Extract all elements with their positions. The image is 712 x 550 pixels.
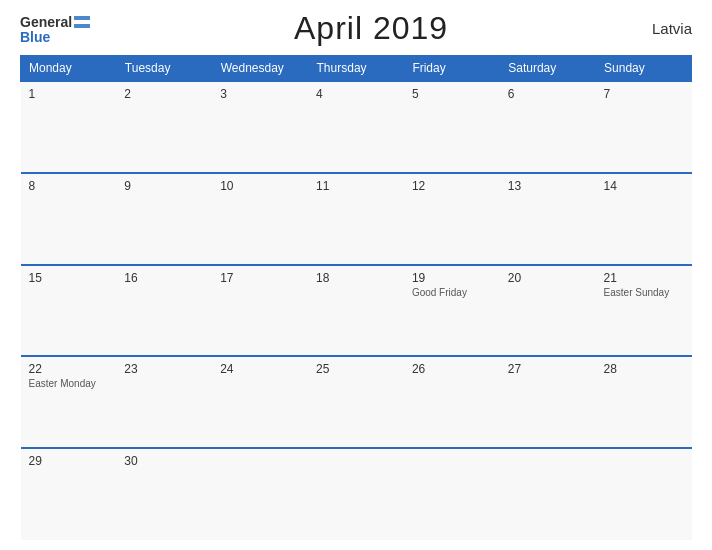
day-number: 3 (220, 87, 300, 101)
day-number: 18 (316, 271, 396, 285)
calendar-cell (404, 448, 500, 540)
day-number: 27 (508, 362, 588, 376)
weekday-header-friday: Friday (404, 56, 500, 82)
day-number: 30 (124, 454, 204, 468)
day-number: 19 (412, 271, 492, 285)
calendar-cell: 10 (212, 173, 308, 265)
calendar-cell: 25 (308, 356, 404, 448)
calendar-cell: 22Easter Monday (21, 356, 117, 448)
day-number: 16 (124, 271, 204, 285)
calendar-cell: 2 (116, 81, 212, 173)
calendar-cell: 5 (404, 81, 500, 173)
logo: General Blue (20, 14, 90, 44)
calendar-week-row: 2930 (21, 448, 692, 540)
day-number: 8 (29, 179, 109, 193)
calendar-cell: 15 (21, 265, 117, 357)
calendar-cell: 28 (596, 356, 692, 448)
calendar-cell: 27 (500, 356, 596, 448)
day-number: 26 (412, 362, 492, 376)
weekday-header-sunday: Sunday (596, 56, 692, 82)
calendar-cell: 6 (500, 81, 596, 173)
weekday-header-tuesday: Tuesday (116, 56, 212, 82)
calendar-cell: 11 (308, 173, 404, 265)
day-number: 10 (220, 179, 300, 193)
day-number: 22 (29, 362, 109, 376)
calendar-cell: 13 (500, 173, 596, 265)
calendar-week-row: 1234567 (21, 81, 692, 173)
day-number: 13 (508, 179, 588, 193)
calendar-cell (308, 448, 404, 540)
calendar-cell: 14 (596, 173, 692, 265)
logo-general: General (20, 14, 90, 30)
calendar-cell: 29 (21, 448, 117, 540)
holiday-label: Easter Sunday (604, 287, 684, 298)
calendar-cell: 3 (212, 81, 308, 173)
calendar-cell: 20 (500, 265, 596, 357)
day-number: 20 (508, 271, 588, 285)
calendar-week-row: 1516171819Good Friday2021Easter Sunday (21, 265, 692, 357)
day-number: 1 (29, 87, 109, 101)
day-number: 4 (316, 87, 396, 101)
day-number: 12 (412, 179, 492, 193)
calendar-cell: 7 (596, 81, 692, 173)
calendar-cell (500, 448, 596, 540)
country-label: Latvia (652, 20, 692, 37)
weekday-header-monday: Monday (21, 56, 117, 82)
day-number: 2 (124, 87, 204, 101)
calendar-cell (212, 448, 308, 540)
day-number: 29 (29, 454, 109, 468)
day-number: 28 (604, 362, 684, 376)
calendar-cell: 18 (308, 265, 404, 357)
calendar-week-row: 891011121314 (21, 173, 692, 265)
holiday-label: Easter Monday (29, 378, 109, 389)
weekday-header-thursday: Thursday (308, 56, 404, 82)
logo-flag (74, 16, 90, 28)
day-number: 6 (508, 87, 588, 101)
calendar-table: MondayTuesdayWednesdayThursdayFridaySatu… (20, 55, 692, 540)
calendar-cell: 8 (21, 173, 117, 265)
day-number: 5 (412, 87, 492, 101)
day-number: 17 (220, 271, 300, 285)
calendar-cell: 26 (404, 356, 500, 448)
calendar-cell: 30 (116, 448, 212, 540)
day-number: 23 (124, 362, 204, 376)
calendar-cell: 4 (308, 81, 404, 173)
holiday-label: Good Friday (412, 287, 492, 298)
day-number: 24 (220, 362, 300, 376)
calendar-cell: 21Easter Sunday (596, 265, 692, 357)
logo-blue: Blue (20, 30, 90, 44)
day-number: 14 (604, 179, 684, 193)
calendar-title: April 2019 (294, 10, 448, 47)
calendar-cell: 17 (212, 265, 308, 357)
calendar-cell: 24 (212, 356, 308, 448)
day-number: 11 (316, 179, 396, 193)
calendar-header: General Blue April 2019 Latvia (20, 10, 692, 47)
day-number: 7 (604, 87, 684, 101)
calendar-week-row: 22Easter Monday232425262728 (21, 356, 692, 448)
calendar-cell: 16 (116, 265, 212, 357)
calendar-cell: 12 (404, 173, 500, 265)
weekday-header-saturday: Saturday (500, 56, 596, 82)
calendar-cell: 19Good Friday (404, 265, 500, 357)
day-number: 15 (29, 271, 109, 285)
calendar-cell (596, 448, 692, 540)
calendar-cell: 9 (116, 173, 212, 265)
day-number: 9 (124, 179, 204, 193)
day-number: 25 (316, 362, 396, 376)
calendar-cell: 23 (116, 356, 212, 448)
weekday-header-wednesday: Wednesday (212, 56, 308, 82)
calendar-cell: 1 (21, 81, 117, 173)
day-number: 21 (604, 271, 684, 285)
weekday-header-row: MondayTuesdayWednesdayThursdayFridaySatu… (21, 56, 692, 82)
